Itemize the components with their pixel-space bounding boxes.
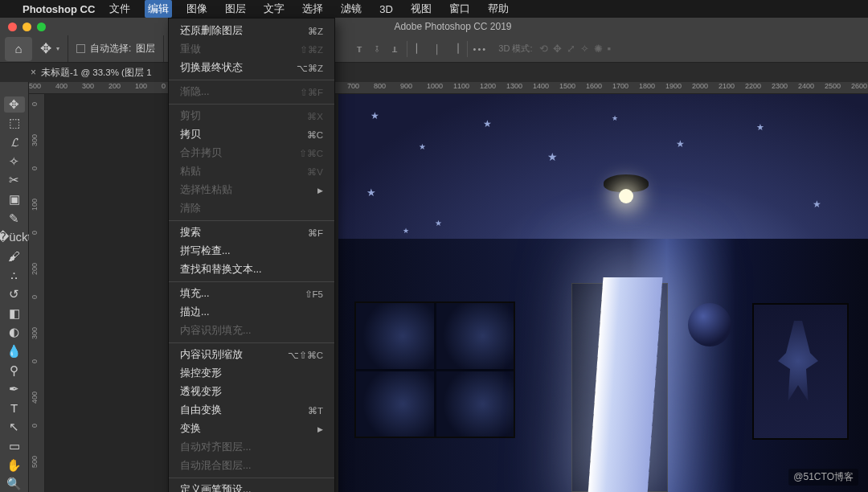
menu-图像[interactable]: 图像	[183, 0, 211, 18]
rectangle-tool[interactable]: ▭	[4, 438, 25, 454]
frame-tool[interactable]: ▣	[4, 191, 25, 207]
ruler-tick: 2400	[798, 82, 814, 90]
document-tab[interactable]: 未标题-1 @ 33.3% (图层 1	[41, 67, 152, 79]
path-select-tool[interactable]: ↖	[4, 420, 25, 436]
ruler-tick: 0	[31, 295, 39, 299]
marquee-tool[interactable]: ⬚	[4, 116, 25, 132]
shortcut-label: ⇧F5	[305, 289, 323, 300]
ruler-vertical[interactable]: 030001000200030004000500	[29, 94, 45, 492]
auto-select-checkbox[interactable]	[76, 44, 85, 53]
menu-滤镜[interactable]: 滤镜	[338, 0, 365, 18]
traffic-lights	[8, 23, 46, 31]
ruler-tick: 1100	[453, 82, 469, 90]
menu-item-label: 描边...	[180, 305, 209, 319]
pan-icon[interactable]: ✥	[553, 43, 562, 55]
type-tool[interactable]: T	[4, 400, 25, 416]
hand-tool[interactable]: ✋	[4, 457, 25, 474]
ruler-tick: 2600	[851, 82, 867, 90]
dolly-icon[interactable]: ⤢	[567, 43, 575, 55]
menu-编辑[interactable]: 编辑	[145, 0, 172, 18]
menu-item-label: 渐隐...	[180, 85, 209, 99]
blur-tool[interactable]: 💧	[4, 343, 25, 359]
menu-item-描边[interactable]: 描边...	[169, 303, 334, 322]
align-bottom-button[interactable]: ⫫	[386, 40, 403, 58]
menu-item-填充[interactable]: 填充...⇧F5	[169, 285, 334, 303]
zoom-tool[interactable]: 🔍	[4, 477, 25, 493]
menu-3D[interactable]: 3D	[376, 2, 396, 17]
ruler-tick: 0	[162, 82, 166, 90]
menu-item-变换[interactable]: 变换	[169, 420, 334, 438]
ruler-tick: 1000	[427, 82, 443, 90]
pen-tool[interactable]: ✒	[4, 381, 25, 397]
move-tool[interactable]: ✥	[4, 96, 25, 113]
camera-icon[interactable]: ▪	[608, 43, 612, 55]
ruler-horizontal[interactable]: 5004003002001000100200300400500600700800…	[29, 82, 868, 94]
menu-item-拼写检查[interactable]: 拼写检查...	[169, 242, 334, 260]
menu-item-自动混合图层: 自动混合图层...	[169, 457, 334, 475]
menu-separator	[169, 220, 334, 221]
eyedropper-tool[interactable]: ✎	[4, 211, 25, 227]
menu-图层[interactable]: 图层	[222, 0, 249, 18]
more-align-button[interactable]: •••	[471, 40, 489, 58]
menu-item-定义画笔预设[interactable]: 定义画笔预设...	[169, 481, 334, 492]
healing-tool[interactable]: �ückt	[4, 229, 25, 245]
chevron-down-icon[interactable]: ▾	[56, 45, 59, 52]
menu-item-拷贝[interactable]: 拷贝⌘C	[169, 125, 334, 144]
eraser-tool[interactable]: ◧	[4, 305, 25, 322]
menu-文件[interactable]: 文件	[106, 0, 133, 18]
document-tabs: × 未标题-1 @ 33.3% (图层 1	[0, 63, 868, 82]
history-brush-tool[interactable]: ↺	[4, 286, 25, 302]
shortcut-label: ⇧⌘Z	[300, 44, 323, 55]
menu-separator	[169, 342, 334, 343]
minimize-icon[interactable]	[23, 23, 31, 31]
menu-item-搜索[interactable]: 搜索⌘F	[169, 223, 334, 242]
menu-窗口[interactable]: 窗口	[446, 0, 473, 18]
window-chrome: Adobe Photoshop CC 2019	[0, 18, 868, 35]
menu-item-自由变换[interactable]: 自由变换⌘T	[169, 401, 334, 420]
stamp-tool[interactable]: ⛬	[4, 268, 25, 284]
crop-tool[interactable]: ✂	[4, 173, 25, 189]
align-vcenter-button[interactable]: ⫱	[368, 40, 386, 58]
dodge-tool[interactable]: ⚲	[4, 363, 25, 379]
shortcut-label: ⌘V	[307, 166, 323, 178]
ruler-tick: 0	[31, 424, 39, 428]
watermark: @51CTO博客	[788, 469, 858, 486]
move-icon[interactable]: ✥	[40, 40, 51, 57]
home-button[interactable]: ⌂	[5, 37, 32, 61]
shortcut-label: ⌥⌘Z	[297, 63, 323, 74]
menu-item-切换最终状态[interactable]: 切换最终状态⌥⌘Z	[169, 59, 334, 77]
align-hcenter-button[interactable]: │	[428, 40, 446, 58]
lasso-tool[interactable]: 𝓛	[4, 134, 25, 150]
menu-item-label: 清除	[180, 202, 201, 215]
artwork-canvas[interactable]: ★ ★ ★ ★ ★ ★ ★ ★ ★ ★ ★	[338, 94, 868, 492]
menu-文字[interactable]: 文字	[260, 0, 288, 18]
menu-item-查找和替换文本[interactable]: 查找和替换文本...	[169, 260, 334, 279]
close-tab-icon[interactable]: ×	[31, 67, 36, 78]
quick-select-tool[interactable]: ✧	[4, 154, 25, 170]
align-left-button[interactable]: ▏	[411, 40, 428, 58]
maximize-icon[interactable]	[37, 23, 46, 31]
menu-item-透视变形[interactable]: 透视变形	[169, 383, 334, 401]
align-top-button[interactable]: ⫪	[350, 40, 368, 58]
light-icon[interactable]: ✺	[594, 43, 603, 55]
menu-item-还原删除图层[interactable]: 还原删除图层⌘Z	[169, 22, 334, 40]
menu-帮助[interactable]: 帮助	[485, 0, 512, 18]
walk-icon[interactable]: ✧	[580, 43, 589, 55]
mode3d-label: 3D 模式:	[498, 43, 532, 55]
ruler-tick: 100	[31, 199, 39, 211]
menu-item-操控变形[interactable]: 操控变形	[169, 364, 334, 383]
menu-item-重做: 重做⇧⌘Z	[169, 40, 334, 59]
orbit-icon[interactable]: ⟲	[539, 43, 548, 55]
gradient-tool[interactable]: ◐	[4, 325, 25, 341]
align-right-button[interactable]: ▕	[446, 40, 464, 58]
ruler-tick: 1500	[559, 82, 575, 90]
close-icon[interactable]	[8, 23, 17, 31]
ruler-tick: 2200	[745, 82, 761, 90]
app-name[interactable]: Photoshop CC	[23, 3, 95, 15]
ruler-tick: 100	[135, 82, 147, 90]
menu-视图[interactable]: 视图	[407, 0, 435, 18]
brush-tool[interactable]: 🖌	[4, 248, 25, 264]
menu-item-内容识别缩放[interactable]: 内容识别缩放⌥⇧⌘C	[169, 346, 334, 364]
auto-select-dropdown[interactable]: 图层	[136, 42, 155, 55]
menu-选择[interactable]: 选择	[299, 0, 326, 18]
